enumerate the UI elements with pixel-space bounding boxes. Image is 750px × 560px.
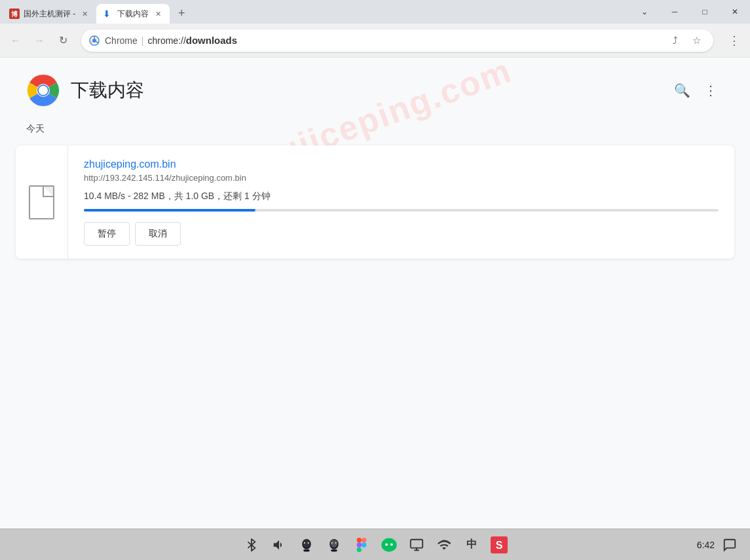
display-icon[interactable]	[407, 535, 426, 555]
tab1-favicon: 博	[9, 9, 20, 19]
input-method-icon[interactable]: 中	[462, 535, 481, 555]
svg-point-21	[335, 542, 336, 543]
chrome-menu-button[interactable]: ⋮	[724, 30, 745, 51]
page-content: 下载内容 🔍 ⋮ zhujiceping.com 今天 zhujiceping.…	[0, 58, 750, 529]
svg-text:博: 博	[11, 10, 18, 18]
download-url: http://193.242.145.114/zhujiceping.com.b…	[84, 173, 719, 183]
download-icon-area	[16, 145, 68, 259]
svg-point-27	[381, 538, 396, 551]
svg-point-10	[303, 549, 310, 551]
svg-point-13	[305, 542, 305, 543]
taskbar-time: 6:42	[697, 540, 715, 550]
share-button[interactable]: ⤴	[666, 31, 684, 50]
window-controls: ⌄ ─ □ ✕	[629, 0, 750, 24]
title-bar: 博 国外主机测评 - ✕ ⬇ 下载内容 ✕ + ⌄ ─ □ ✕	[0, 0, 750, 24]
download-progress-text: 10.4 MB/s - 282 MB，共 1.0 GB，还剩 1 分钟	[84, 191, 719, 202]
tab-2[interactable]: ⬇ 下载内容 ✕	[96, 4, 170, 24]
progress-bar-fill	[84, 209, 255, 212]
svg-point-9	[303, 540, 310, 548]
address-bar[interactable]: Chrome|chrome://downloads ⤴ ☆	[81, 29, 713, 52]
close-button[interactable]: ✕	[720, 1, 750, 22]
downloads-header: 下载内容 🔍 ⋮	[0, 58, 750, 118]
chrome-favicon	[89, 35, 100, 46]
reload-button[interactable]: ↻	[52, 30, 73, 51]
svg-text:S: S	[495, 540, 502, 551]
svg-rect-24	[356, 542, 361, 547]
bookmark-button[interactable]: ☆	[687, 31, 705, 50]
taskbar-right: 6:42	[697, 535, 740, 555]
chrome-logo	[26, 73, 60, 107]
taskbar-container: 中 S 6:42	[0, 529, 750, 560]
new-tab-button[interactable]: +	[172, 4, 191, 22]
bluetooth-icon[interactable]	[242, 535, 261, 555]
url-scheme: chrome://	[147, 35, 185, 46]
svg-point-3	[92, 39, 96, 43]
url-separator: |	[141, 35, 144, 46]
back-button[interactable]: ←	[5, 30, 26, 51]
svg-point-26	[362, 542, 366, 547]
svg-point-16	[330, 540, 337, 548]
toolbar-right: ⋮	[724, 30, 745, 51]
notification-icon[interactable]	[720, 535, 740, 555]
tab1-title: 国外主机测评 -	[24, 9, 75, 20]
tab-1[interactable]: 博 国外主机测评 - ✕	[3, 4, 96, 24]
forward-button[interactable]: →	[29, 30, 50, 51]
svg-point-7	[39, 86, 48, 95]
more-menu-button[interactable]: ⋮	[698, 77, 724, 103]
maximize-button[interactable]: □	[690, 1, 720, 22]
download-filename[interactable]: zhujiceping.com.bin	[84, 159, 176, 170]
progress-bar-container	[84, 209, 719, 212]
svg-rect-25	[356, 547, 361, 551]
url-path: downloads	[186, 35, 237, 46]
antivirus-icon[interactable]: S	[489, 535, 509, 555]
chrome-label: Chrome	[105, 35, 138, 46]
search-button[interactable]: 🔍	[669, 77, 695, 103]
toolbar: ← → ↻ Chrome|chrome://downloads ⤴ ☆ ⋮	[0, 24, 750, 58]
wifi-icon[interactable]	[434, 535, 454, 555]
address-bar-text: Chrome|chrome://downloads	[105, 35, 661, 46]
cancel-button[interactable]: 取消	[135, 222, 181, 246]
svg-point-17	[331, 549, 337, 551]
tab1-close[interactable]: ✕	[79, 9, 90, 19]
svg-rect-30	[410, 539, 422, 548]
figma-icon[interactable]	[352, 535, 371, 555]
qq1-icon[interactable]	[297, 535, 316, 555]
page-title: 下载内容	[71, 78, 144, 103]
svg-point-20	[332, 542, 333, 543]
tab2-close[interactable]: ✕	[153, 9, 163, 19]
section-label: 今天	[0, 118, 750, 140]
svg-point-29	[390, 543, 392, 546]
minimize-button[interactable]: ─	[660, 1, 690, 22]
file-icon	[29, 185, 54, 219]
qq2-icon[interactable]	[324, 535, 344, 555]
download-details: zhujiceping.com.bin http://193.242.145.1…	[68, 145, 734, 259]
address-actions: ⤴ ☆	[666, 31, 705, 50]
download-actions: 暂停 取消	[84, 222, 719, 246]
tab-search-button[interactable]: ⌄	[629, 1, 660, 22]
taskbar: 中 S 6:42	[0, 529, 750, 560]
downloads-title-area: 下载内容	[26, 73, 144, 107]
svg-rect-22	[356, 538, 361, 542]
tab2-title: 下载内容	[117, 9, 149, 20]
download-item: zhujiceping.com.bin http://193.242.145.1…	[16, 145, 734, 259]
volume-icon[interactable]	[269, 535, 289, 555]
svg-point-14	[308, 542, 309, 543]
header-actions: 🔍 ⋮	[669, 77, 724, 103]
tab2-favicon: ⬇	[103, 9, 113, 19]
svg-point-28	[385, 543, 388, 546]
pause-button[interactable]: 暂停	[84, 222, 130, 246]
wechat-icon[interactable]	[379, 535, 399, 555]
svg-rect-23	[362, 538, 366, 542]
